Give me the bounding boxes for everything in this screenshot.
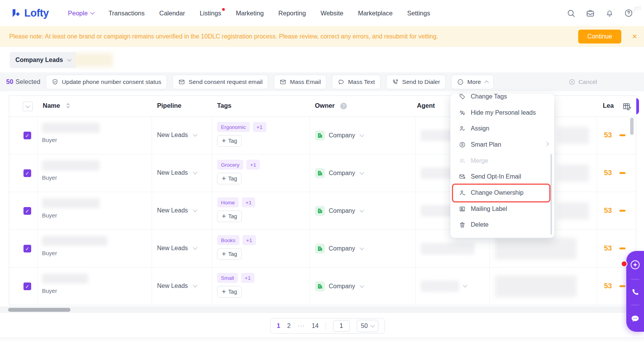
- close-icon[interactable]: ×: [632, 32, 637, 41]
- nav-item-listings[interactable]: Listings: [200, 10, 221, 17]
- add-tag-button[interactable]: +Tag: [217, 173, 242, 184]
- owner-select[interactable]: Company: [315, 281, 363, 291]
- company-icon: [315, 281, 325, 291]
- pipeline-select[interactable]: New Leads: [157, 282, 197, 289]
- tag-more-pill[interactable]: +1: [246, 160, 260, 170]
- pipeline-select[interactable]: New Leads: [157, 169, 197, 176]
- owner-select[interactable]: Company: [315, 244, 363, 254]
- page-jump-input[interactable]: [333, 320, 350, 332]
- nav-item-transactions[interactable]: Transactions: [109, 10, 145, 17]
- tag-pill[interactable]: Home: [217, 197, 239, 207]
- menu-item-hide-personal-leads[interactable]: Hide my Personal leads: [450, 105, 554, 121]
- view-selector-company-leads[interactable]: Company Leads: [10, 52, 77, 68]
- send-to-dialer-button[interactable]: Send to Dialer: [386, 75, 446, 89]
- redacted-cell: [495, 238, 577, 259]
- row-checkbox[interactable]: ✓: [23, 207, 31, 215]
- update-consent-status-button[interactable]: Update phone number consent status: [46, 75, 167, 89]
- more-actions-button[interactable]: More: [451, 75, 494, 89]
- chevron-down-icon: [193, 207, 197, 212]
- tag-pill[interactable]: Ergonomic: [217, 122, 250, 132]
- add-tag-button[interactable]: +Tag: [217, 135, 242, 147]
- menu-scrollbar[interactable]: [550, 154, 552, 235]
- send-consent-email-button[interactable]: Send consent request email: [172, 75, 268, 89]
- column-header-name[interactable]: Name: [43, 102, 60, 109]
- horizontal-scrollbar-track[interactable]: [0, 306, 644, 313]
- lofty-logo[interactable]: Lofty: [11, 7, 49, 19]
- tag-pill[interactable]: Books: [217, 235, 239, 245]
- tag-more-pill[interactable]: +1: [241, 273, 254, 283]
- widget-notification-dot: [621, 261, 627, 267]
- nav-item-people[interactable]: People: [68, 10, 94, 17]
- continue-button[interactable]: Continue: [578, 30, 621, 43]
- pagination: 1 2 ··· 14 50: [270, 318, 385, 334]
- menu-item-smart-plan[interactable]: Smart Plan: [450, 137, 554, 153]
- tag-more-pill[interactable]: +1: [253, 122, 266, 132]
- column-header-agent[interactable]: Agent: [417, 102, 435, 109]
- chevron-right-icon: [544, 142, 549, 146]
- menu-item-assign[interactable]: Assign: [450, 120, 554, 137]
- vertical-scrollbar[interactable]: [630, 118, 634, 135]
- tag-more-pill[interactable]: +1: [243, 235, 256, 245]
- score-trend-dash: [619, 247, 626, 249]
- page-size-select[interactable]: 50: [357, 320, 379, 332]
- column-header-owner[interactable]: Owner: [315, 102, 335, 109]
- menu-item-change-ownership[interactable]: Change Ownership: [450, 185, 554, 201]
- add-tag-button[interactable]: +Tag: [217, 248, 242, 260]
- owner-select[interactable]: Company: [315, 130, 363, 140]
- row-checkbox[interactable]: ✓: [23, 169, 31, 177]
- chat-dots-icon[interactable]: [630, 314, 640, 324]
- tag-more-pill[interactable]: +1: [242, 197, 255, 207]
- column-header-lead[interactable]: Lea: [603, 102, 614, 109]
- chevron-down-icon[interactable]: [463, 283, 467, 287]
- search-icon[interactable]: [567, 9, 575, 18]
- column-header-tags[interactable]: Tags: [217, 102, 231, 109]
- nav-item-marketplace[interactable]: Marketplace: [358, 10, 393, 17]
- menu-item-change-tags[interactable]: Change Tags: [450, 94, 554, 105]
- table-row[interactable]: ✓ Buyer New Leads Small+1 +Tag Company 5…: [9, 267, 636, 305]
- nav-item-marketing[interactable]: Marketing: [236, 10, 264, 17]
- pipeline-select[interactable]: New Leads: [157, 132, 197, 139]
- page-button-1[interactable]: 1: [277, 323, 280, 329]
- pipeline-select[interactable]: New Leads: [157, 207, 197, 214]
- row-checkbox[interactable]: ✓: [23, 132, 31, 139]
- pipeline-select[interactable]: New Leads: [157, 245, 197, 252]
- add-tag-button[interactable]: +Tag: [217, 211, 242, 222]
- horizontal-scrollbar-thumb[interactable]: [8, 308, 70, 312]
- owner-help-icon[interactable]: ?: [340, 103, 347, 109]
- menu-item-mailing-label[interactable]: Mailing Label: [450, 201, 554, 217]
- pagination-ellipsis[interactable]: ···: [298, 323, 305, 329]
- nav-item-reporting[interactable]: Reporting: [278, 10, 306, 17]
- sort-icon[interactable]: [66, 103, 70, 109]
- tag-pill[interactable]: Grocery: [217, 160, 243, 170]
- chevron-up-icon: [485, 80, 489, 85]
- phone-icon[interactable]: [631, 288, 640, 297]
- redacted-view-tab[interactable]: [74, 53, 113, 67]
- mass-text-button[interactable]: Mass Text: [332, 75, 381, 89]
- select-all-dropdown[interactable]: [23, 102, 33, 111]
- menu-item-send-opt-in-email[interactable]: Send Opt-In Email: [450, 169, 554, 185]
- tag-pill[interactable]: Small: [217, 273, 238, 283]
- owner-select[interactable]: Company: [315, 168, 363, 178]
- company-icon: [315, 244, 325, 254]
- score-trend-dash: [619, 285, 626, 287]
- nav-item-calendar[interactable]: Calendar: [159, 10, 185, 17]
- add-tag-button[interactable]: +Tag: [217, 286, 242, 298]
- cancel-selection-button[interactable]: Cancel: [569, 79, 597, 85]
- bell-icon[interactable]: [605, 9, 614, 18]
- page-button-14[interactable]: 14: [312, 323, 319, 329]
- lead-score: 53: [604, 169, 612, 177]
- menu-item-merge[interactable]: Merge: [450, 153, 554, 169]
- column-header-pipeline[interactable]: Pipeline: [157, 102, 181, 109]
- menu-item-delete[interactable]: Delete: [450, 217, 554, 233]
- nav-item-settings[interactable]: Settings: [407, 10, 430, 17]
- owner-select[interactable]: Company: [315, 206, 363, 216]
- customize-columns-icon[interactable]: [622, 102, 632, 111]
- row-checkbox[interactable]: ✓: [23, 282, 31, 290]
- ai-assistant-icon[interactable]: [629, 259, 641, 271]
- nav-item-website[interactable]: Website: [321, 10, 343, 17]
- mass-email-button[interactable]: Mass Email: [274, 75, 326, 89]
- inbox-icon[interactable]: [585, 8, 595, 18]
- row-checkbox[interactable]: ✓: [23, 245, 31, 252]
- page-button-2[interactable]: 2: [287, 323, 291, 329]
- tag-list: Home+1: [217, 197, 255, 207]
